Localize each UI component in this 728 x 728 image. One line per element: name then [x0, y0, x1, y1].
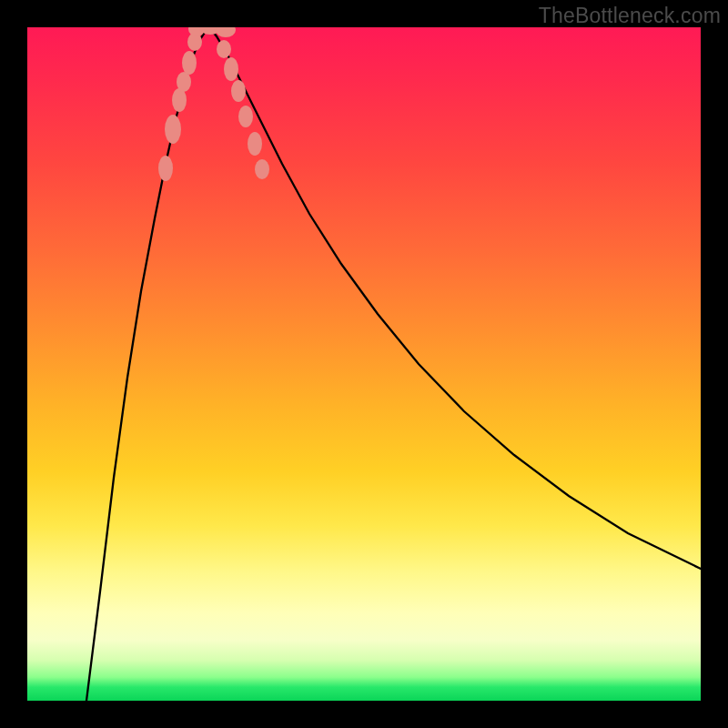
curve-left — [86, 27, 209, 701]
data-dot — [231, 80, 246, 102]
chart-svg — [27, 27, 701, 701]
data-dot — [255, 159, 269, 179]
data-dot — [216, 27, 236, 37]
chart-frame: TheBottleneck.com — [0, 0, 728, 728]
data-dot — [158, 156, 173, 181]
watermark-text: TheBottleneck.com — [539, 4, 721, 28]
curve-right — [209, 27, 701, 569]
data-dot — [165, 115, 181, 144]
data-dot — [182, 51, 197, 75]
data-dot — [177, 72, 191, 92]
data-dot — [238, 106, 253, 127]
data-dot — [224, 57, 238, 81]
plot-area — [27, 27, 701, 701]
data-dot — [217, 40, 231, 58]
data-dot — [248, 132, 262, 156]
